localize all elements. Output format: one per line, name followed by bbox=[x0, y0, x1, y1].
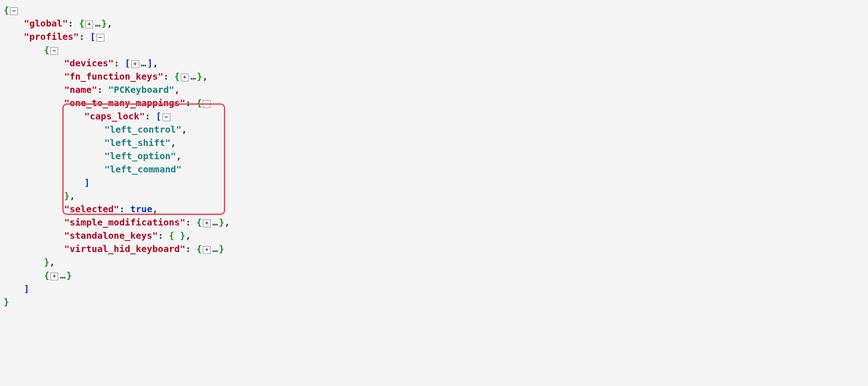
collapse-icon[interactable]: − bbox=[163, 113, 170, 121]
json-value-name: "PCKeyboard" bbox=[108, 84, 174, 95]
open-bracket: [ bbox=[125, 58, 130, 69]
close-brace: } bbox=[219, 217, 224, 228]
close-brace: } bbox=[102, 18, 107, 29]
open-bracket: [ bbox=[90, 31, 96, 42]
open-brace: { bbox=[196, 243, 202, 254]
expand-icon[interactable]: + bbox=[181, 74, 189, 81]
colon: : bbox=[68, 18, 73, 29]
open-brace: { bbox=[79, 18, 84, 29]
colon: : bbox=[163, 71, 169, 82]
colon: : bbox=[158, 230, 163, 241]
json-key-profiles: "profiles" bbox=[24, 31, 79, 42]
tree-row: "one_to_many_mappings": {− bbox=[4, 96, 864, 110]
colon: : bbox=[185, 243, 191, 254]
open-brace: { bbox=[4, 5, 9, 16]
comma: , bbox=[171, 137, 176, 148]
json-key-global: "global" bbox=[24, 18, 68, 29]
json-array-item: "left_shift" bbox=[104, 137, 171, 148]
json-key-name: "name" bbox=[64, 84, 97, 95]
comma: , bbox=[107, 18, 113, 29]
comma: , bbox=[70, 190, 75, 201]
json-key-fn-function-keys: "fn_function_keys" bbox=[64, 71, 163, 82]
brace-pair: { } bbox=[169, 230, 185, 241]
open-brace: { bbox=[44, 270, 49, 281]
tree-row: {− bbox=[4, 4, 864, 17]
json-key-caps-lock: "caps_lock" bbox=[84, 111, 145, 122]
expand-icon[interactable]: + bbox=[131, 60, 139, 68]
close-brace: } bbox=[66, 270, 72, 281]
json-tree-viewer: {− "global": {+…}, "profiles": [− {− "de… bbox=[4, 4, 864, 309]
json-key-standalone-keys: "standalone_keys" bbox=[64, 230, 158, 241]
json-key-devices: "devices" bbox=[64, 58, 114, 69]
tree-row: "profiles": [− bbox=[4, 30, 864, 43]
json-array-item: "left_command" bbox=[104, 164, 182, 175]
tree-row: "fn_function_keys": {+…}, bbox=[4, 70, 864, 83]
tree-row: "devices": [+…], bbox=[4, 57, 864, 70]
comma: , bbox=[202, 71, 208, 82]
expand-icon[interactable]: + bbox=[203, 246, 211, 254]
colon: : bbox=[119, 204, 125, 214]
open-brace: { bbox=[44, 44, 49, 55]
json-array-item: "left_control" bbox=[104, 124, 182, 135]
tree-row: "left_control", bbox=[4, 123, 864, 136]
colon: : bbox=[185, 97, 191, 108]
collapse-icon[interactable]: − bbox=[203, 100, 211, 108]
tree-row: "global": {+…}, bbox=[4, 17, 864, 30]
ellipsis-icon: … bbox=[59, 270, 66, 281]
json-key-one-to-many-mappings: "one_to_many_mappings" bbox=[64, 97, 185, 108]
tree-row: }, bbox=[4, 189, 864, 203]
colon: : bbox=[79, 31, 84, 42]
collapse-icon[interactable]: − bbox=[97, 34, 104, 42]
tree-row: ] bbox=[4, 282, 864, 295]
collapse-icon[interactable]: − bbox=[10, 7, 18, 15]
colon: : bbox=[145, 111, 150, 122]
tree-row: "left_option", bbox=[4, 150, 864, 163]
comma: , bbox=[153, 58, 158, 69]
colon: : bbox=[97, 84, 103, 95]
close-bracket: ] bbox=[147, 58, 153, 69]
tree-row: {− bbox=[4, 43, 864, 57]
colon: : bbox=[185, 217, 191, 228]
tree-row: }, bbox=[4, 256, 864, 269]
comma: , bbox=[224, 217, 230, 228]
tree-row: "virtual_hid_keyboard": {+…} bbox=[4, 242, 864, 256]
tree-row: "selected": true, bbox=[4, 203, 864, 216]
tree-row: } bbox=[4, 295, 864, 309]
open-brace: { bbox=[196, 97, 202, 108]
close-bracket: ] bbox=[84, 177, 90, 188]
expand-icon[interactable]: + bbox=[203, 220, 211, 227]
json-array-item: "left_option" bbox=[104, 150, 176, 161]
ellipsis-icon: … bbox=[212, 217, 219, 228]
comma: , bbox=[49, 257, 55, 268]
open-brace: { bbox=[174, 71, 180, 82]
json-key-selected: "selected" bbox=[64, 204, 119, 214]
json-key-virtual-hid-keyboard: "virtual_hid_keyboard" bbox=[64, 243, 185, 254]
json-value-selected: true bbox=[130, 204, 152, 214]
json-key-simple-modifications: "simple_modifications" bbox=[64, 217, 185, 228]
collapse-icon[interactable]: − bbox=[50, 47, 58, 55]
comma: , bbox=[176, 150, 182, 161]
open-brace: { bbox=[196, 217, 202, 228]
close-brace: } bbox=[4, 296, 9, 307]
colon: : bbox=[114, 58, 119, 69]
expand-icon[interactable]: + bbox=[50, 273, 58, 280]
tree-row: "caps_lock": [− bbox=[4, 110, 864, 123]
close-bracket: ] bbox=[24, 283, 29, 294]
expand-icon[interactable]: + bbox=[85, 21, 93, 28]
comma: , bbox=[152, 204, 158, 214]
tree-row: "simple_modifications": {+…}, bbox=[4, 216, 864, 229]
tree-row: {+…} bbox=[4, 269, 864, 282]
comma: , bbox=[182, 124, 187, 135]
comma: , bbox=[185, 230, 191, 241]
tree-row: "name": "PCKeyboard", bbox=[4, 83, 864, 96]
ellipsis-icon: … bbox=[140, 58, 147, 69]
close-brace: } bbox=[197, 71, 202, 82]
ellipsis-icon: … bbox=[94, 18, 101, 29]
open-bracket: [ bbox=[156, 111, 162, 122]
close-brace: } bbox=[64, 190, 70, 201]
ellipsis-icon: … bbox=[190, 71, 197, 82]
tree-row: "standalone_keys": { }, bbox=[4, 229, 864, 242]
tree-row: "left_command" bbox=[4, 163, 864, 176]
tree-row: ] bbox=[4, 176, 864, 189]
comma: , bbox=[174, 84, 180, 95]
